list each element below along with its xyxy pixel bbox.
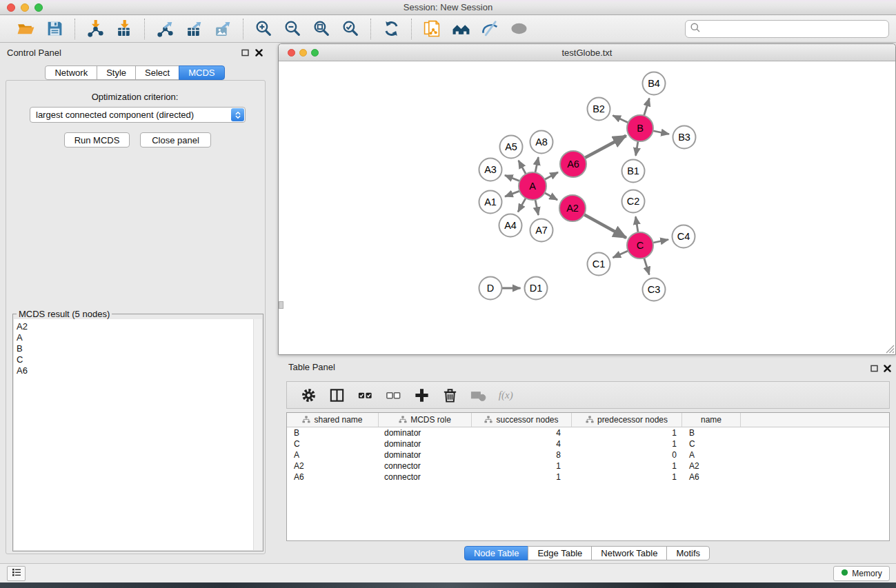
hide-panels-icon[interactable] — [479, 19, 500, 39]
node-D1[interactable]: D1 — [525, 277, 548, 300]
optimization-criterion-label: Optimization criterion: — [0, 92, 270, 102]
node-label: B1 — [627, 165, 639, 176]
tab-node-table[interactable]: Node Table — [464, 546, 529, 560]
mcds-result-item[interactable]: C — [17, 354, 262, 365]
node-C3[interactable]: C3 — [643, 278, 666, 301]
table-cell: 4 — [472, 439, 572, 449]
deselect-all-columns-icon[interactable] — [384, 386, 402, 404]
table-cell: connector — [379, 461, 472, 471]
import-table-icon[interactable] — [114, 19, 135, 39]
float-panel-icon[interactable] — [239, 47, 250, 58]
table-cell: 1 — [572, 472, 682, 482]
create-column-icon[interactable] — [412, 386, 430, 404]
node-B2[interactable]: B2 — [588, 98, 610, 121]
delete-columns-icon[interactable] — [441, 386, 459, 404]
zoom-in-icon[interactable] — [253, 19, 274, 39]
resize-grip-icon[interactable] — [885, 344, 895, 354]
node-A4[interactable]: A4 — [499, 214, 522, 237]
node-B3[interactable]: B3 — [673, 126, 696, 149]
export-table-icon[interactable] — [183, 19, 204, 39]
export-network-icon[interactable] — [155, 19, 175, 39]
column-header-predecessor-nodes[interactable]: predecessor nodes — [572, 413, 682, 427]
table-row[interactable]: Adominator80A — [287, 449, 889, 460]
node-table: shared nameMCDS rolesuccessor nodesprede… — [286, 412, 890, 541]
network-window-titlebar[interactable]: testGlobe.txt — [279, 44, 895, 61]
table-settings-icon[interactable] — [299, 386, 317, 404]
column-header-shared-name[interactable]: shared name — [287, 413, 379, 427]
table-cell: A2 — [287, 461, 379, 471]
tab-network-table[interactable]: Network Table — [591, 546, 667, 560]
node-B[interactable]: B — [627, 115, 653, 141]
memory-button[interactable]: Memory — [833, 566, 890, 581]
table-cell: 8 — [472, 450, 572, 460]
table-cell: 4 — [472, 428, 572, 438]
import-network-icon[interactable] — [85, 19, 106, 39]
node-A5[interactable]: A5 — [500, 136, 523, 159]
run-mcds-button[interactable]: Run MCDS — [64, 132, 130, 148]
mcds-result-item[interactable]: A2 — [17, 321, 262, 332]
node-B4[interactable]: B4 — [643, 72, 666, 95]
table-row[interactable]: Bdominator41B — [287, 427, 889, 438]
node-D[interactable]: D — [479, 277, 502, 300]
node-label: B — [637, 123, 644, 134]
table-row[interactable]: A6connector11A6 — [287, 472, 889, 483]
node-label: C1 — [593, 258, 606, 270]
svg-text:f(x): f(x) — [498, 389, 512, 401]
tab-style[interactable]: Style — [97, 65, 136, 80]
close-panel-icon[interactable] — [253, 47, 264, 58]
table-cell: dominator — [379, 439, 472, 449]
save-session-icon[interactable] — [44, 19, 65, 39]
main-toolbar — [0, 15, 896, 43]
mcds-result-item[interactable]: B — [17, 343, 262, 354]
select-all-columns-icon[interactable] — [356, 386, 374, 404]
control-panel: Control Panel NetworkStyleSelectMCDS Opt… — [0, 43, 270, 563]
chevron-updown-icon — [231, 108, 244, 121]
zoom-out-icon[interactable] — [282, 19, 303, 39]
tab-network[interactable]: Network — [45, 65, 97, 80]
tab-edge-table[interactable]: Edge Table — [528, 546, 592, 560]
node-A8[interactable]: A8 — [530, 131, 553, 154]
table-row[interactable]: A2connector11A2 — [287, 460, 889, 472]
node-C1[interactable]: C1 — [588, 253, 610, 276]
table-cell: 1 — [572, 461, 682, 471]
close-panel-button[interactable]: Close panel — [140, 132, 211, 148]
open-session-icon[interactable] — [15, 19, 36, 39]
network-canvas[interactable]: AA2A6BCA1A3A4A5A7A8B1B2B3B4C1C2C3C4DD1 — [279, 61, 895, 354]
optimization-criterion-select[interactable]: largest connected component (directed) — [30, 107, 246, 123]
show-all-panels-icon[interactable] — [450, 19, 471, 39]
node-B1[interactable]: B1 — [622, 160, 645, 183]
node-A2[interactable]: A2 — [559, 195, 586, 221]
node-A3[interactable]: A3 — [479, 159, 502, 181]
zoom-selected-region-icon[interactable] — [340, 19, 361, 39]
node-A7[interactable]: A7 — [530, 219, 553, 242]
new-network-from-selection-icon[interactable] — [421, 19, 442, 39]
column-header-name[interactable]: name — [682, 413, 741, 427]
zoom-fit-content-icon[interactable] — [311, 19, 332, 39]
node-A[interactable]: A — [519, 172, 546, 200]
column-header-successor-nodes[interactable]: successor nodes — [472, 413, 572, 427]
node-A6[interactable]: A6 — [560, 151, 586, 177]
node-A1[interactable]: A1 — [479, 191, 502, 214]
node-C2[interactable]: C2 — [622, 190, 645, 213]
float-table-panel-icon[interactable] — [868, 363, 879, 374]
mcds-result-item[interactable]: A6 — [17, 365, 262, 376]
tab-select[interactable]: Select — [135, 65, 179, 80]
node-C4[interactable]: C4 — [673, 225, 695, 248]
task-history-button[interactable] — [7, 566, 26, 581]
export-image-icon[interactable] — [212, 19, 233, 39]
node-C[interactable]: C — [627, 232, 653, 258]
tab-motifs[interactable]: Motifs — [666, 546, 710, 560]
table-row[interactable]: Cdominator41C — [287, 438, 889, 449]
column-header-MCDS-role[interactable]: MCDS role — [379, 413, 472, 427]
vertical-splitter-handle[interactable] — [279, 301, 283, 309]
mcds-result-item[interactable]: A — [17, 332, 262, 343]
close-table-panel-icon[interactable] — [882, 363, 893, 374]
column-header-label: MCDS role — [410, 415, 451, 425]
search-box[interactable] — [685, 20, 889, 38]
tab-mcds[interactable]: MCDS — [179, 65, 224, 80]
search-input[interactable] — [704, 22, 888, 36]
app-titlebar: Session: New Session — [0, 0, 896, 15]
mcds-list-scrollbar[interactable] — [253, 319, 262, 550]
show-columns-icon[interactable] — [328, 386, 346, 404]
refresh-network-view-icon[interactable] — [381, 19, 401, 39]
